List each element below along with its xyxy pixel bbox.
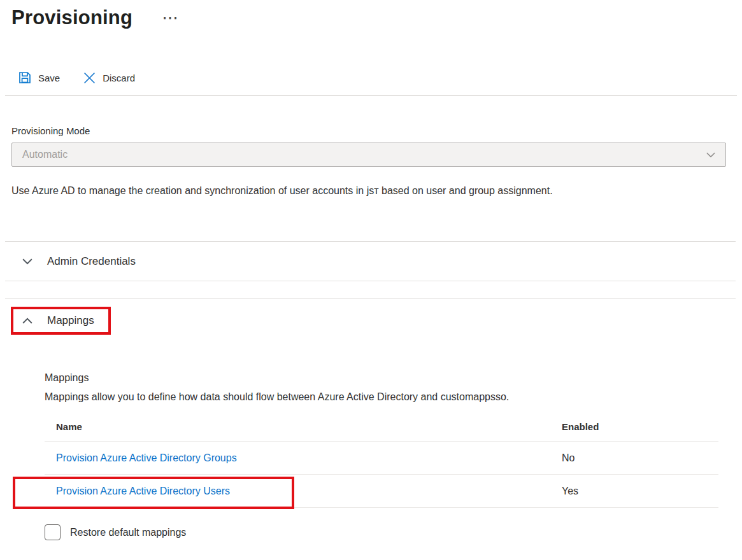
enabled-value: Yes <box>562 486 718 497</box>
provisioning-page: Provisioning ⋯ Save Discard Provi <box>0 0 742 560</box>
provisioning-mode-label: Provisioning Mode <box>11 125 742 136</box>
enabled-value: No <box>562 452 718 464</box>
admin-credentials-expander[interactable]: Admin Credentials <box>0 242 742 281</box>
mappings-table: Name Enabled Provision Azure Active Dire… <box>45 412 718 508</box>
chevron-down-icon <box>705 149 717 160</box>
discard-button-label: Discard <box>103 73 135 83</box>
spacer <box>0 281 742 298</box>
save-button-label: Save <box>38 73 60 83</box>
column-header-name: Name <box>45 421 562 432</box>
spacer <box>0 198 742 241</box>
mapping-link-groups[interactable]: Provision Azure Active Directory Groups <box>56 452 237 463</box>
chevron-up-icon <box>21 314 34 327</box>
more-menu-icon[interactable]: ⋯ <box>162 5 178 31</box>
mappings-panel: Mappings Mappings allow you to define ho… <box>45 372 718 540</box>
table-row: Provision Azure Active Directory Groups … <box>45 442 718 475</box>
admin-credentials-label: Admin Credentials <box>47 255 136 268</box>
page-header: Provisioning ⋯ <box>11 4 742 33</box>
page-title: Provisioning <box>11 4 132 32</box>
restore-default-mappings-label: Restore default mappings <box>70 527 186 538</box>
provisioning-description: Use Azure AD to manage the creation and … <box>11 184 731 198</box>
mappings-heading: Mappings <box>45 372 718 384</box>
restore-default-mappings-option: Restore default mappings <box>45 524 718 540</box>
floppy-disk-icon <box>18 71 32 85</box>
mappings-expander-row: Mappings <box>0 299 742 344</box>
command-bar: Save Discard <box>18 66 742 89</box>
restore-default-mappings-checkbox[interactable] <box>45 524 61 540</box>
column-header-enabled: Enabled <box>562 421 718 432</box>
provisioning-mode-dropdown: Automatic <box>11 143 726 167</box>
table-row: Provision Azure Active Directory Users Y… <box>45 475 718 508</box>
provisioning-mode-value: Automatic <box>22 149 68 160</box>
save-button[interactable]: Save <box>18 71 60 85</box>
x-icon <box>83 71 96 85</box>
discard-button[interactable]: Discard <box>83 71 135 85</box>
mapping-link-users[interactable]: Provision Azure Active Directory Users <box>56 486 230 496</box>
mappings-expander[interactable]: Mappings <box>11 307 111 335</box>
toolbar-divider <box>5 95 737 96</box>
chevron-down-icon <box>21 255 34 268</box>
table-header-row: Name Enabled <box>45 412 718 442</box>
mappings-description: Mappings allow you to define how data sh… <box>45 391 718 403</box>
mappings-expander-label: Mappings <box>47 314 94 327</box>
